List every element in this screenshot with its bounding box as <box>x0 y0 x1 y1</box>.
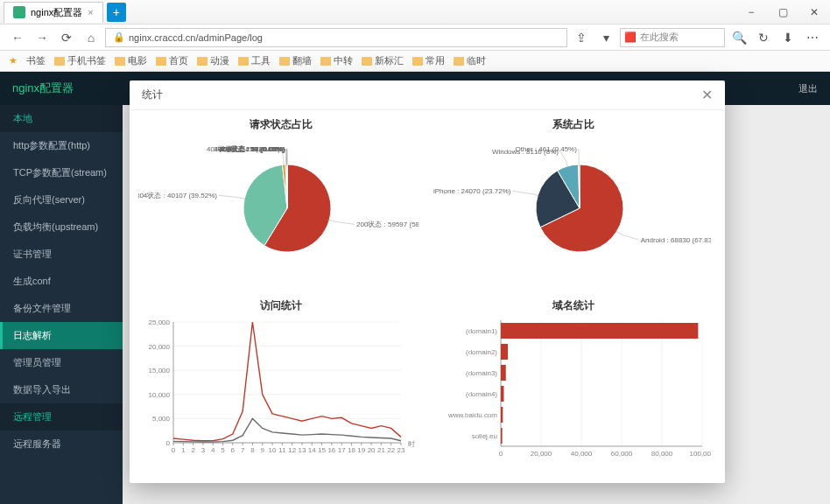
sidebar-item-remote-server[interactable]: 远程服务器 <box>0 430 123 458</box>
logout-button[interactable]: 退出 <box>798 82 818 95</box>
svg-text:40,000: 40,000 <box>571 450 593 458</box>
folder-icon <box>454 57 464 66</box>
bookmark-item[interactable]: 翻墙 <box>279 54 312 67</box>
folder-icon <box>279 57 290 66</box>
svg-text:15,000: 15,000 <box>149 367 171 374</box>
window-close-button[interactable]: ✕ <box>798 0 830 24</box>
window-minimize-button[interactable]: − <box>735 0 767 24</box>
sidebar-item-upstream[interactable]: 负载均衡(upstream) <box>0 214 123 241</box>
search-icon[interactable]: 🔍 <box>728 27 749 48</box>
new-tab-button[interactable]: + <box>107 3 126 22</box>
nav-home-button[interactable]: ⌂ <box>81 27 102 48</box>
svg-text:soliej.eu: soliej.eu <box>472 432 497 440</box>
svg-text:iPhone : 24070 (23.72%): iPhone : 24070 (23.72%) <box>433 187 511 195</box>
bookmark-item[interactable]: 中转 <box>320 54 353 67</box>
browser-navbar: ← → ⟳ ⌂ 🔒 nginx.craccd.cn/adminPage/log … <box>0 24 830 51</box>
modal-header: 统计 ✕ <box>130 80 725 110</box>
sidebar-item-http[interactable]: http参数配置(http) <box>0 132 123 159</box>
svg-rect-120 <box>501 365 506 381</box>
sidebar-item-log[interactable]: 日志解析 <box>0 322 123 349</box>
app-title: nginx配置器 <box>12 80 74 96</box>
svg-text:10,000: 10,000 <box>149 391 171 399</box>
folder-icon <box>156 57 166 66</box>
svg-text:时: 时 <box>408 440 415 448</box>
browser-tab[interactable]: nginx配置器 × <box>4 2 103 23</box>
svg-text:1: 1 <box>181 446 186 454</box>
refresh-icon[interactable]: ↻ <box>753 27 774 48</box>
window-maximize-button[interactable]: ▢ <box>767 0 798 24</box>
svg-text:11: 11 <box>278 446 286 454</box>
bookmark-item[interactable]: 动漫 <box>197 54 229 67</box>
modal-body: 请求状态占比 200状态 : 59597 (58.73%)304状态 : 401… <box>130 110 725 483</box>
svg-text:14: 14 <box>308 446 316 454</box>
sidebar-item-server[interactable]: 反向代理(server) <box>0 186 123 214</box>
pie-chart-request-status: 200状态 : 59597 (58.73%)304状态 : 40107 (39.… <box>138 134 419 283</box>
chart-title: 系统占比 <box>431 117 716 132</box>
sidebar-item-genconf[interactable]: 生成conf <box>0 268 123 295</box>
more-icon[interactable]: ⋯ <box>802 27 823 48</box>
chart-request-status: 请求状态占比 200状态 : 59597 (58.73%)304状态 : 401… <box>138 117 424 295</box>
favicon <box>13 6 25 18</box>
nav-back-button[interactable]: ← <box>7 27 28 48</box>
svg-text:9: 9 <box>261 446 265 454</box>
bookmark-item[interactable]: 临时 <box>454 54 486 67</box>
svg-text:20: 20 <box>368 446 376 454</box>
svg-text:Other : 461 (0.45%): Other : 461 (0.45%) <box>516 145 578 153</box>
svg-text:0: 0 <box>172 446 176 454</box>
bar-chart-domains: 020,00040,00060,00080,000100,000(domain1… <box>431 315 711 464</box>
line-chart-visits: 05,00010,00015,00020,00025,0000123456789… <box>138 315 419 464</box>
window-controls: − ▢ ✕ <box>735 0 830 24</box>
svg-text:www.baidu.com: www.baidu.com <box>447 411 497 419</box>
sidebar-item-cert[interactable]: 证书管理 <box>0 241 123 268</box>
nav-forward-button[interactable]: → <box>32 27 53 48</box>
svg-text:8: 8 <box>250 446 255 454</box>
svg-rect-122 <box>501 386 503 402</box>
folder-icon <box>197 57 208 66</box>
bookmark-item[interactable]: 手机书签 <box>54 54 106 67</box>
stats-modal: 统计 ✕ 请求状态占比 200状态 : 59597 (58.73%)304状态 … <box>130 80 725 483</box>
svg-text:22: 22 <box>387 446 395 454</box>
svg-text:10: 10 <box>269 446 277 454</box>
sidebar-item-data[interactable]: 数据导入导出 <box>0 376 123 403</box>
svg-text:2: 2 <box>191 446 195 454</box>
svg-text:18: 18 <box>348 446 355 454</box>
bookmark-item[interactable]: 新标汇 <box>362 54 404 67</box>
sidebar-item-tcp[interactable]: TCP参数配置(stream) <box>0 159 123 186</box>
sidebar-item-backup[interactable]: 备份文件管理 <box>0 295 123 322</box>
modal-close-button[interactable]: ✕ <box>701 87 713 103</box>
svg-text:5: 5 <box>221 446 225 454</box>
chart-visits: 访问统计 05,00010,00015,00020,00025,00001234… <box>138 298 424 476</box>
tab-close-icon[interactable]: × <box>88 7 93 18</box>
svg-text:0: 0 <box>166 439 171 447</box>
folder-icon <box>115 57 125 66</box>
svg-text:80,000: 80,000 <box>651 450 673 458</box>
svg-rect-116 <box>501 323 698 339</box>
bookmark-item[interactable]: 工具 <box>238 54 271 67</box>
svg-text:25,000: 25,000 <box>149 318 171 326</box>
dropdown-icon[interactable]: ▾ <box>595 27 616 48</box>
download-icon[interactable]: ⬇ <box>777 27 798 48</box>
chart-domains: 域名统计 020,00040,00060,00080,000100,000(do… <box>431 298 716 476</box>
bookmarks-bar: ★ 书签 手机书签 电影 首页 动漫 工具 翻墙 中转 新标汇 常用 临时 <box>0 51 830 72</box>
url-text: nginx.craccd.cn/adminPage/log <box>129 32 263 43</box>
svg-text:5,000: 5,000 <box>152 415 171 423</box>
svg-rect-118 <box>501 344 508 360</box>
svg-text:400状态 : 21 (0.02%): 400状态 : 21 (0.02%) <box>220 145 285 153</box>
svg-text:(domain3): (domain3) <box>466 369 497 377</box>
bookmark-item[interactable]: 首页 <box>156 54 188 67</box>
bookmarks-label: 书签 <box>26 54 46 67</box>
star-icon[interactable]: ★ <box>9 55 18 66</box>
chart-title: 请求状态占比 <box>138 117 424 132</box>
browser-search-input[interactable]: 🟥 在此搜索 <box>620 28 725 47</box>
flag-icon: 🟥 <box>624 32 637 43</box>
bookmark-item[interactable]: 常用 <box>412 54 445 67</box>
svg-text:100,000: 100,000 <box>690 450 711 458</box>
url-bar[interactable]: 🔒 nginx.craccd.cn/adminPage/log <box>105 28 567 47</box>
sidebar-item-admin[interactable]: 管理员管理 <box>0 349 123 376</box>
sidebar-section-remote[interactable]: 远程管理 <box>0 403 123 430</box>
sidebar-section-local[interactable]: 本地 <box>0 105 123 132</box>
nav-reload-button[interactable]: ⟳ <box>56 27 77 48</box>
bookmark-item[interactable]: 电影 <box>115 54 147 67</box>
share-icon[interactable]: ⇪ <box>571 27 592 48</box>
chart-title: 域名统计 <box>431 298 716 313</box>
